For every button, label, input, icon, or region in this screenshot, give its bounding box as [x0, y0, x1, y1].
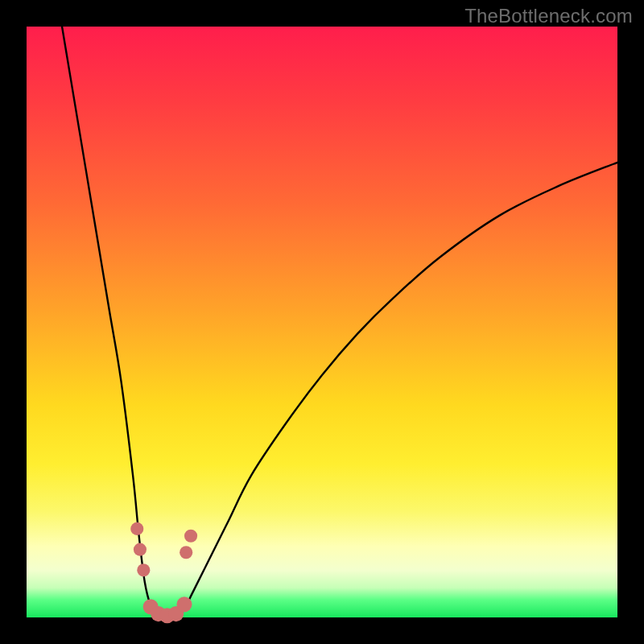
- chart-plot-area: [27, 27, 617, 617]
- chart-svg: [27, 27, 617, 617]
- marker-dot: [134, 543, 147, 556]
- marker-dot: [180, 546, 192, 559]
- marker-dot: [130, 522, 143, 535]
- outer-frame: TheBottleneck.com: [0, 0, 644, 644]
- marker-dot: [176, 597, 192, 612]
- watermark-text: TheBottleneck.com: [464, 5, 633, 27]
- marker-dots: [130, 522, 197, 624]
- bottleneck-curve-line: [62, 27, 617, 617]
- marker-dot: [137, 564, 150, 576]
- marker-dot: [184, 530, 197, 543]
